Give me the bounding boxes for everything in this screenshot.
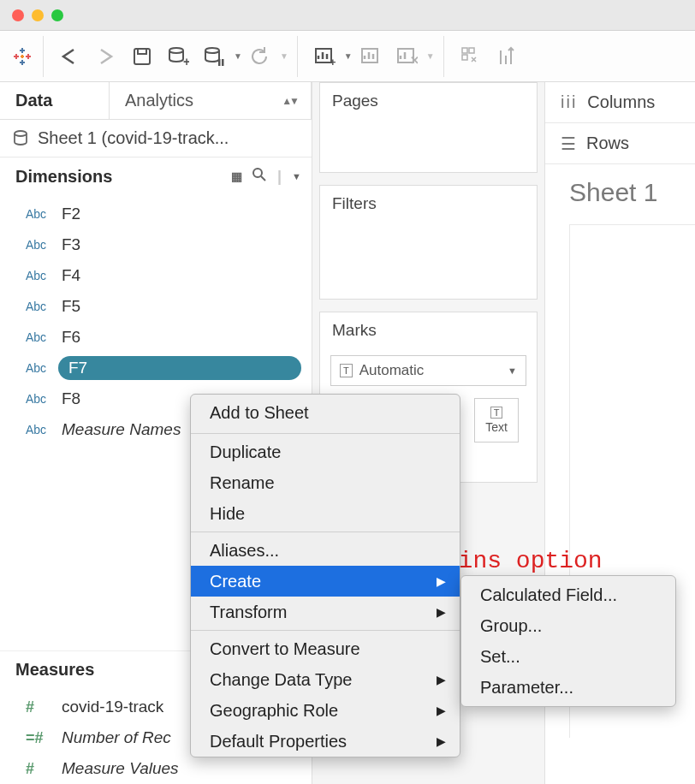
clear-worksheet-button[interactable]: ✕: [389, 37, 425, 76]
pages-label: Pages: [320, 83, 537, 119]
abc-type-icon: Abc: [26, 269, 51, 282]
chevron-down-icon[interactable]: ▼: [278, 51, 288, 61]
measure-measure-values[interactable]: #Measure Values: [0, 753, 312, 784]
marks-text-button[interactable]: T Text: [474, 398, 519, 442]
svg-text:+: +: [330, 56, 336, 68]
submenu-arrow-icon: ▶: [437, 605, 446, 619]
field-name: F4: [62, 266, 80, 285]
new-worksheet-button[interactable]: +: [306, 37, 342, 76]
menu-item-add-to-sheet[interactable]: Add to Sheet: [191, 395, 460, 431]
marks-type-dropdown[interactable]: T Automatic ▼: [330, 355, 526, 386]
new-datasource-button[interactable]: +: [160, 37, 196, 76]
tab-data[interactable]: Data: [0, 82, 110, 119]
abc-type-icon: Abc: [26, 207, 51, 221]
field-name: covid-19-track: [62, 698, 163, 716]
datasource-icon: [12, 129, 29, 148]
maximize-window-button[interactable]: [51, 9, 63, 21]
svg-rect-11: [138, 49, 146, 54]
chevron-down-icon[interactable]: ▼: [342, 51, 353, 61]
create-submenu: Calculated Field...Group...Set...Paramet…: [460, 575, 676, 707]
pause-datasource-button[interactable]: [196, 37, 232, 76]
menu-item-geographic-role[interactable]: Geographic Role▶: [191, 695, 460, 726]
svg-rect-30: [462, 48, 467, 53]
menu-item-label: Rename: [210, 473, 275, 493]
text-type-icon: T: [340, 364, 353, 377]
view-grid-icon[interactable]: ▦: [231, 169, 241, 183]
menu-item-change-data-type[interactable]: Change Data Type▶: [191, 664, 460, 695]
back-button[interactable]: [52, 37, 88, 76]
marks-label: Marks: [320, 312, 537, 348]
menu-item-aliases[interactable]: Aliases...: [191, 535, 460, 566]
menu-item-label: Default Properties: [210, 732, 347, 751]
dimensions-header: Dimensions ▦ | ▼: [0, 157, 312, 195]
field-name: Number of Rec: [62, 728, 171, 747]
field-name: Measure Values: [62, 759, 179, 778]
forward-button[interactable]: [88, 37, 124, 76]
svg-line-38: [261, 176, 265, 181]
svg-point-12: [169, 48, 183, 53]
sheet-title[interactable]: Sheet 1: [545, 164, 695, 207]
abc-type-icon: Abc: [26, 238, 51, 252]
rows-label: Rows: [586, 134, 629, 153]
menu-item-label: Parameter...: [480, 678, 573, 698]
submenu-item-calculated-field[interactable]: Calculated Field...: [461, 579, 675, 610]
submenu-arrow-icon: ▶: [437, 673, 446, 686]
submenu-arrow-icon: ▶: [437, 574, 446, 588]
submenu-item-group[interactable]: Group...: [461, 610, 675, 641]
save-button[interactable]: [124, 37, 160, 76]
tab-analytics[interactable]: Analytics ▲▼: [110, 82, 312, 119]
svg-point-37: [253, 169, 262, 177]
menu-item-label: Group...: [480, 616, 542, 636]
svg-text:+: +: [183, 55, 189, 68]
dimension-f2[interactable]: AbcF2: [0, 199, 312, 229]
dimension-f3[interactable]: AbcF3: [0, 229, 312, 260]
menu-item-convert-to-measure[interactable]: Convert to Measure: [191, 633, 460, 664]
menu-separator: [191, 433, 460, 434]
svg-rect-31: [469, 48, 474, 53]
menu-item-transform[interactable]: Transform▶: [191, 597, 460, 627]
menu-item-create[interactable]: Create▶: [191, 566, 460, 597]
search-icon[interactable]: [252, 167, 267, 187]
hash-type-icon: =#: [26, 729, 51, 747]
columns-shelf[interactable]: iii Columns: [545, 82, 695, 123]
swap-button[interactable]: [453, 37, 489, 76]
menu-item-label: Calculated Field...: [480, 585, 617, 605]
close-window-button[interactable]: [12, 9, 24, 21]
abc-type-icon: Abc: [26, 392, 51, 406]
chevron-down-icon[interactable]: ▼: [292, 171, 301, 181]
filters-label: Filters: [320, 186, 537, 222]
menu-item-duplicate[interactable]: Duplicate: [191, 437, 460, 467]
tab-analytics-label: Analytics: [125, 91, 193, 110]
menu-item-rename[interactable]: Rename: [191, 467, 460, 498]
menu-item-label: Transform: [210, 603, 287, 622]
dimension-f4[interactable]: AbcF4: [0, 260, 312, 291]
updown-icon: ▲▼: [282, 95, 297, 107]
sort-button[interactable]: [489, 37, 525, 76]
menu-item-default-properties[interactable]: Default Properties▶: [191, 726, 460, 757]
rows-shelf[interactable]: ☰ Rows: [545, 123, 695, 164]
dimension-f6[interactable]: AbcF6: [0, 322, 312, 353]
menu-item-label: Add to Sheet: [210, 403, 309, 423]
dimension-f7[interactable]: AbcF7: [0, 353, 312, 383]
refresh-button[interactable]: [242, 37, 278, 76]
minimize-window-button[interactable]: [32, 9, 44, 21]
duplicate-worksheet-button[interactable]: [353, 37, 389, 76]
pages-shelf[interactable]: Pages: [319, 82, 538, 173]
submenu-item-set[interactable]: Set...: [461, 641, 675, 672]
menu-item-label: Set...: [480, 647, 520, 667]
svg-point-36: [15, 131, 27, 136]
chevron-down-icon[interactable]: ▼: [232, 51, 242, 61]
datasource-row[interactable]: Sheet 1 (covid-19-track...: [0, 120, 312, 157]
menu-item-hide[interactable]: Hide: [191, 498, 460, 529]
field-name: F7: [58, 356, 301, 380]
dimension-f5[interactable]: AbcF5: [0, 291, 312, 322]
field-name: F3: [62, 235, 80, 254]
menu-item-label: Aliases...: [210, 541, 279, 561]
dimensions-label: Dimensions: [15, 167, 112, 187]
submenu-item-parameter[interactable]: Parameter...: [461, 672, 675, 703]
svg-text:✕: ✕: [410, 54, 418, 67]
rows-icon: ☰: [561, 134, 576, 154]
chevron-down-icon[interactable]: ▼: [425, 51, 435, 61]
filters-shelf[interactable]: Filters: [319, 185, 538, 300]
menu-separator: [191, 630, 460, 631]
